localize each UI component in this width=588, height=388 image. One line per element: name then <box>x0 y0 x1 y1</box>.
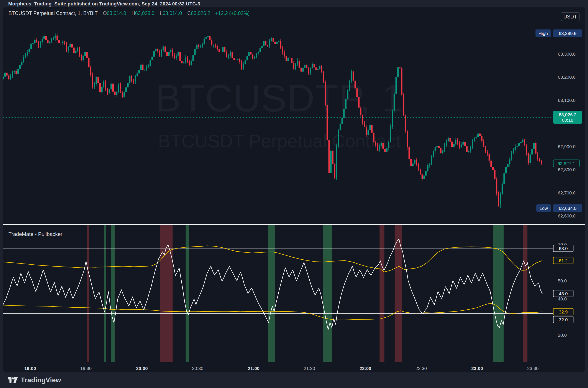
signal-band-red <box>160 224 173 362</box>
indicator-pane[interactable] <box>3 224 556 362</box>
close-label: C <box>187 10 191 16</box>
price-axis-tick: 63,100.0 <box>558 98 576 103</box>
time-axis-label: 22:00 <box>360 366 371 371</box>
chart-legend: BTCUSDT Perpetual Contract, 1, BYBIT O63… <box>8 10 250 16</box>
high-label: H <box>131 10 135 16</box>
time-axis-label: 19:00 <box>24 366 36 371</box>
signal-band-green <box>111 224 115 362</box>
indicator-value-badge: 32.0 <box>553 316 573 323</box>
signal-band-green <box>323 224 332 362</box>
last-price-badge: 63,026.200:18 <box>553 111 582 124</box>
signal-band-red <box>395 224 402 362</box>
time-axis-label: 22:30 <box>415 366 427 371</box>
attribution-header: Morpheus_Trading_Suite published on Trad… <box>8 1 200 7</box>
time-axis-label: 23:30 <box>527 366 539 371</box>
tradingview-logo-text: TradingView <box>21 376 61 384</box>
indicator-value-badge: 68.0 <box>553 245 573 252</box>
signal-band-red <box>87 224 89 362</box>
indicator-value-badge: 32.9 <box>553 308 573 315</box>
indicator-value-badge: 43.0 <box>553 290 573 297</box>
legend-title[interactable]: BTCUSDT Perpetual Contract, 1, BYBIT <box>8 10 98 16</box>
high-price-badge: 63,389.9 <box>553 29 582 37</box>
chart-widget: BTCUSDTP, 1 BTCUSDT Perpetual Contract B… <box>3 7 585 372</box>
tradingview-logo-icon <box>8 377 18 383</box>
signal-band-green <box>493 224 504 362</box>
low-price-badge: 62,634.0 <box>553 204 582 212</box>
tradingview-logo[interactable]: TradingView <box>8 376 61 384</box>
candlestick-chart[interactable] <box>3 7 556 224</box>
low-value: 63,014.0 <box>163 10 182 16</box>
indicator-axis-tick: 20.0 <box>558 333 567 338</box>
signal-band-green <box>104 224 106 362</box>
time-axis-label: 20:30 <box>192 366 203 371</box>
indicator-price-badge: 62,827.1 <box>553 160 580 167</box>
oscillator-chart[interactable] <box>3 224 556 362</box>
signal-band-green <box>268 224 275 362</box>
time-axis-label: 21:00 <box>248 366 260 371</box>
price-axis-tick: 62,600.0 <box>558 213 576 218</box>
change-value: +12.2 (+0.02%) <box>215 10 250 16</box>
signal-band-green <box>186 224 189 362</box>
high-marker-label: High <box>536 29 551 37</box>
time-axis-label: 19:30 <box>80 366 92 371</box>
bar-countdown: 00:18 <box>562 117 573 123</box>
indicator-axis-tick: 50.0 <box>558 278 567 284</box>
pane-divider[interactable] <box>3 224 585 225</box>
high-value: 63,028.0 <box>135 10 155 16</box>
price-axis-tick: 62,700.0 <box>558 190 576 195</box>
indicator-axis-tick: 40.0 <box>558 296 567 302</box>
price-axis-tick: 62,900.0 <box>558 144 576 149</box>
price-pane[interactable] <box>3 7 556 224</box>
open-label: O <box>103 10 107 16</box>
low-marker-label: Low <box>536 204 551 212</box>
price-axis-tick: 63,200.0 <box>558 74 576 80</box>
candles <box>3 33 556 208</box>
signal-band-red <box>379 224 384 362</box>
time-axis-label: 20:00 <box>136 366 148 371</box>
price-axis-tick: 62,800.0 <box>558 167 576 172</box>
indicator-value-badge: 61.2 <box>553 257 573 264</box>
open-value: 63,014.0 <box>107 10 126 16</box>
indicator-title[interactable]: TradeMate - Pullbacker <box>8 231 63 237</box>
time-axis-label: 23:00 <box>471 366 483 371</box>
close-value: 63,026.2 <box>191 10 211 16</box>
signal-band-red <box>523 224 527 362</box>
tradingview-snapshot: Morpheus_Trading_Suite published on Trad… <box>0 0 588 388</box>
low-label: L <box>160 10 163 16</box>
currency-toggle-button[interactable]: USDT <box>561 12 580 21</box>
time-axis-label: 21:30 <box>304 366 315 371</box>
price-axis-tick: 63,300.0 <box>558 51 576 57</box>
